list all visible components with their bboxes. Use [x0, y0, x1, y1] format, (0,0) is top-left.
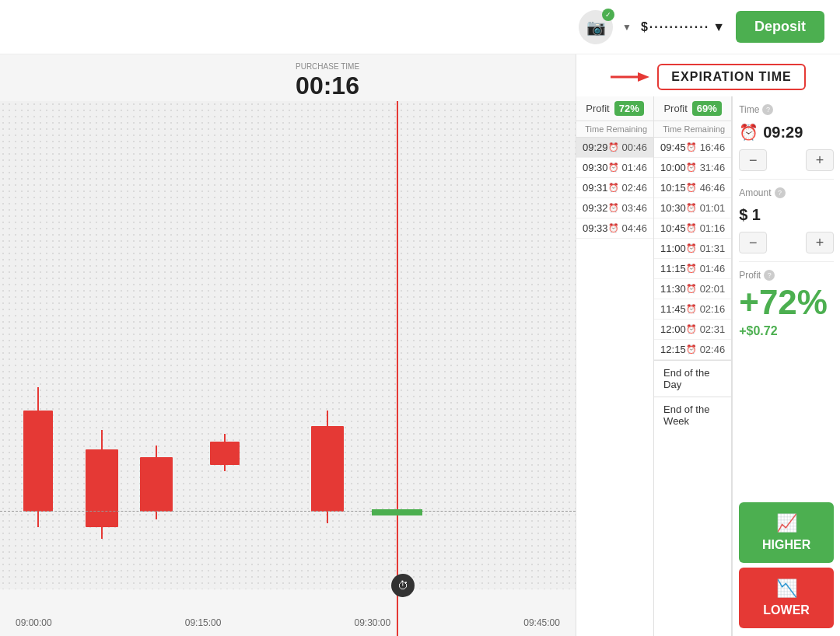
main-content: PURCHASE TIME 00:16	[0, 54, 840, 636]
right-time-5: 11:00	[660, 243, 686, 254]
right-remaining-5: ⏰01:31	[686, 243, 726, 254]
right-col-sub-header: Time Remaining	[654, 121, 731, 138]
candle-5	[311, 426, 344, 512]
purchase-time-label: PURCHASE TIME	[296, 62, 359, 72]
right-time-column: Profit 69% Time Remaining 09:45 ⏰16:46 1…	[654, 96, 732, 636]
right-time-row-0[interactable]: 09:45 ⏰16:46	[654, 138, 731, 158]
selected-time-display: ⏰ 09:29	[739, 120, 834, 145]
right-time-3: 10:30	[660, 202, 686, 214]
right-time-row-7[interactable]: 11:30 ⏰02:01	[654, 279, 731, 299]
purchase-time: PURCHASE TIME 00:16	[296, 62, 359, 100]
right-clock-6: ⏰	[686, 264, 697, 274]
x-axis: 09:00:00 09:15:00 09:30:00 09:45:00	[0, 617, 576, 628]
right-remaining-9: ⏰02:31	[686, 323, 726, 335]
chart-area: PURCHASE TIME 00:16	[0, 54, 576, 636]
higher-button[interactable]: 📈 HIGHER	[739, 502, 834, 563]
right-clock-3: ⏰	[686, 203, 697, 213]
right-clock-5: ⏰	[686, 243, 697, 253]
balance-button[interactable]: $············ ▼	[641, 20, 726, 34]
right-time-row-10[interactable]: 12:15 ⏰02:46	[654, 340, 731, 360]
camera-dropdown-arrow[interactable]: ▼	[622, 22, 632, 33]
left-remaining-0: ⏰ 00:46	[608, 142, 648, 153]
right-time-row-6[interactable]: 11:15 ⏰01:46	[654, 259, 731, 279]
time-plus-button[interactable]: +	[806, 149, 834, 171]
controls-panel: Time ? ⏰ 09:29 − + Amount ? $ 1	[732, 96, 840, 636]
clock-icon-0: ⏰	[608, 142, 619, 152]
right-remaining-0: ⏰16:46	[686, 142, 726, 153]
time-controls-row: − +	[739, 149, 834, 171]
right-clock-10: ⏰	[686, 344, 697, 355]
right-col-header: Profit 69%	[654, 96, 731, 121]
profit-percent-display: +72%	[739, 285, 834, 320]
right-clock-9: ⏰	[686, 324, 697, 334]
lower-button[interactable]: 📉 LOWER	[739, 568, 834, 628]
right-time-8: 11:45	[660, 303, 686, 315]
right-clock-7: ⏰	[686, 284, 697, 294]
right-time-row-9[interactable]: 12:00 ⏰02:31	[654, 320, 731, 340]
left-time-header: Time	[583, 124, 607, 134]
lower-icon: 📉	[776, 578, 797, 599]
expiration-header: EXPIRATION TIME	[576, 54, 840, 96]
right-clock-8: ⏰	[686, 304, 697, 314]
candle-1	[23, 411, 53, 512]
end-of-week-row[interactable]: End of the Week	[654, 397, 731, 433]
right-clock-2: ⏰	[686, 183, 697, 193]
green-bar	[372, 509, 422, 515]
left-time-row-3[interactable]: 09:32 ⏰ 03:46	[576, 198, 653, 218]
left-time-2: 09:31	[583, 182, 608, 194]
profit-dollar-display: +$0.72	[739, 324, 834, 338]
right-time-0: 09:45	[660, 142, 686, 153]
left-remaining-1: ⏰ 01:46	[608, 162, 648, 173]
left-remaining-4: ⏰ 04:46	[608, 222, 648, 234]
left-time-4: 09:33	[583, 222, 608, 234]
right-remaining-6: ⏰01:46	[686, 263, 726, 274]
right-time-row-8[interactable]: 11:45 ⏰02:16	[654, 299, 731, 320]
end-of-day-row[interactable]: End of the Day	[654, 360, 731, 397]
right-time-6: 11:15	[660, 263, 686, 274]
right-time-header: Time	[660, 124, 684, 134]
right-time-row-4[interactable]: 10:45 ⏰01:16	[654, 218, 731, 239]
left-profit-badge: 72%	[614, 101, 644, 116]
deposit-button[interactable]: Deposit	[736, 11, 824, 43]
left-time-row-0[interactable]: 09:29 ⏰ 00:46	[576, 138, 653, 158]
time-minus-button[interactable]: −	[739, 149, 767, 171]
left-remaining-header: Remaining	[607, 124, 648, 134]
left-time-3: 09:32	[583, 202, 608, 214]
amount-display: $ 1	[739, 203, 834, 227]
left-time-column: Profit 72% Time Remaining 09:29 ⏰ 00:46 …	[576, 96, 654, 636]
left-time-row-4[interactable]: 09:33 ⏰ 04:46	[576, 218, 653, 239]
right-remaining-1: ⏰31:46	[686, 162, 726, 173]
divider-2	[739, 261, 834, 262]
balance-dropdown-arrow: ▼	[712, 20, 726, 34]
expiration-time-label: EXPIRATION TIME	[671, 70, 791, 83]
right-time-row-5[interactable]: 11:00 ⏰01:31	[654, 239, 731, 259]
time-info-icon: ?	[762, 104, 773, 115]
right-time-row-3[interactable]: 10:30 ⏰01:01	[654, 198, 731, 218]
timer-icon: ⏱	[391, 574, 415, 597]
amount-plus-button[interactable]: +	[806, 232, 834, 253]
x-label-1: 09:00:00	[16, 617, 52, 628]
left-time-row-2[interactable]: 09:31 ⏰ 02:46	[576, 178, 653, 198]
right-remaining-7: ⏰02:01	[686, 283, 726, 295]
left-remaining-3: ⏰ 03:46	[608, 202, 648, 214]
time-label: Time ?	[739, 104, 834, 115]
camera-button[interactable]: 📷 ✓	[579, 10, 613, 44]
right-profit-badge: 69%	[692, 101, 722, 116]
left-time-row-1[interactable]: 09:30 ⏰ 01:46	[576, 158, 653, 178]
purchase-time-value: 00:16	[296, 72, 359, 100]
left-col-header: Profit 72%	[576, 96, 653, 121]
balance-value: $············	[641, 20, 709, 34]
right-clock-4: ⏰	[686, 223, 697, 233]
profit-label: Profit ?	[739, 270, 834, 281]
right-panel: EXPIRATION TIME Profit 72% Time Remainin…	[576, 54, 840, 636]
right-time-1: 10:00	[660, 162, 686, 173]
amount-info-icon: ?	[775, 187, 786, 198]
lower-label: LOWER	[763, 603, 810, 617]
amount-minus-button[interactable]: −	[739, 232, 767, 253]
x-label-3: 09:30:00	[355, 617, 391, 628]
right-time-row-1[interactable]: 10:00 ⏰31:46	[654, 158, 731, 178]
right-time-row-2[interactable]: 10:15 ⏰46:46	[654, 178, 731, 198]
left-time-1: 09:30	[583, 162, 608, 173]
right-clock-1: ⏰	[686, 162, 697, 173]
candle-2	[86, 449, 118, 527]
